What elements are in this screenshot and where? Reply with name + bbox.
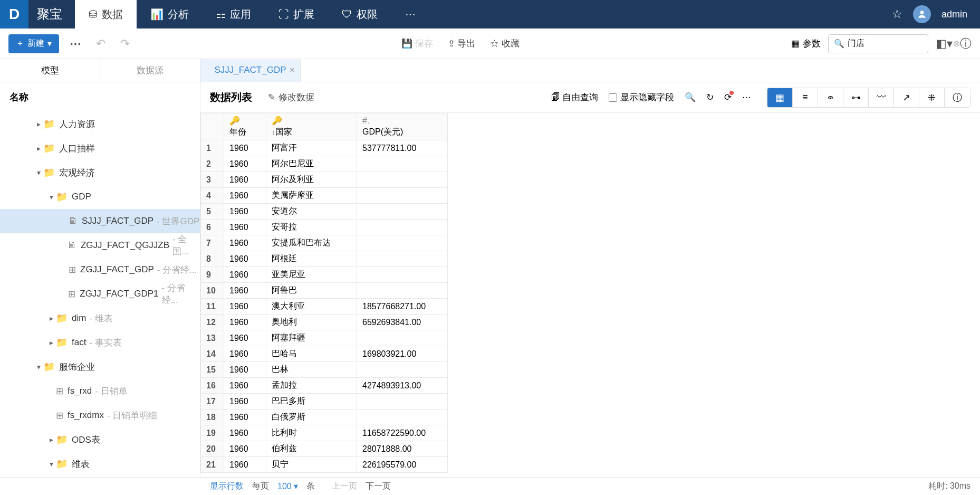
- view-graph-button[interactable]: ⊶: [843, 88, 869, 107]
- favorite-button[interactable]: ☆ 收藏: [490, 37, 520, 50]
- page-size-select[interactable]: 100 ▾: [277, 481, 298, 491]
- cell-country: 阿根廷: [266, 251, 357, 267]
- info-button[interactable]: ⓘ: [960, 36, 972, 52]
- table-row[interactable]: 191960比利时11658722590.00: [201, 425, 448, 441]
- view-relation-button[interactable]: ⚭: [818, 88, 843, 107]
- table-row[interactable]: 111960澳大利亚18577668271.00: [201, 299, 448, 315]
- close-icon[interactable]: ×: [290, 65, 295, 75]
- export-button[interactable]: ⇪ 导出: [448, 37, 476, 50]
- tree-folder[interactable]: ▸📁人口抽样: [0, 136, 200, 160]
- params-icon: ▦: [791, 38, 800, 49]
- view-scatter-button[interactable]: ⁜: [919, 88, 945, 107]
- save-button[interactable]: 💾 保存: [401, 37, 433, 50]
- col-gdp[interactable]: #.GDP(美元): [357, 113, 448, 140]
- avatar[interactable]: [913, 5, 931, 23]
- col-year[interactable]: 🔑年份: [224, 113, 266, 140]
- layout-toggle-button[interactable]: ◧▾: [936, 37, 953, 51]
- next-page-button[interactable]: 下一页: [366, 481, 391, 492]
- table-row[interactable]: 71960安提瓜和巴布达: [201, 235, 448, 251]
- expand-icon: ⛶: [278, 8, 289, 21]
- table-row[interactable]: 201960伯利兹28071888.00: [201, 441, 448, 457]
- clear-icon[interactable]: ⊗: [953, 39, 960, 49]
- username[interactable]: admin: [941, 9, 967, 20]
- table-row[interactable]: 21960阿尔巴尼亚: [201, 156, 448, 172]
- cell-rownum: 15: [201, 362, 224, 378]
- cell-country: 美属萨摩亚: [266, 188, 357, 204]
- undo-button[interactable]: ↶: [96, 37, 105, 51]
- redo-button[interactable]: ↷: [120, 37, 130, 51]
- tree-sublabel: - 事实表: [89, 337, 121, 349]
- tree-folder[interactable]: ▸📁人力资源: [0, 112, 200, 136]
- table-row[interactable]: 131960阿塞拜疆: [201, 330, 448, 346]
- nav-tab-extend[interactable]: ⛶扩展: [265, 0, 328, 28]
- tree-folder[interactable]: ▸📁ODS表: [0, 427, 200, 452]
- table-row[interactable]: 121960奥地利6592693841.00: [201, 315, 448, 330]
- tree-folder[interactable]: ▾📁宏观经济: [0, 160, 200, 185]
- view-trend-button[interactable]: ↗: [894, 88, 919, 107]
- tree-folder[interactable]: ▾📁GDP: [0, 185, 200, 209]
- cell-country: 安哥拉: [266, 220, 357, 235]
- col-country[interactable]: 🔑↕国家: [266, 113, 357, 140]
- edit-icon: ✎: [268, 92, 275, 103]
- items-label: 条: [306, 481, 315, 492]
- table-row[interactable]: 211960贝宁226195579.00: [201, 457, 448, 473]
- tree-file[interactable]: 🗎SJJJ_FACT_GDP - 世界GDP: [0, 209, 200, 233]
- chevron-icon: ▸: [34, 144, 43, 153]
- search-box[interactable]: 🔍 ⊗: [828, 34, 928, 53]
- view-wave-button[interactable]: 〰: [869, 88, 894, 107]
- table-row[interactable]: 91960亚美尼亚: [201, 267, 448, 283]
- tree-file[interactable]: ⊞fs_rxd - 日销单: [0, 379, 200, 403]
- tree-sublabel: - 维表: [89, 312, 112, 325]
- show-hidden-checkbox[interactable]: 显示隐藏字段: [609, 91, 674, 103]
- table-row[interactable]: 61960安哥拉: [201, 220, 448, 235]
- tree-folder[interactable]: ▾📁维表: [0, 452, 200, 476]
- subtab-file[interactable]: SJJJ_FACT_GDP×: [200, 59, 301, 82]
- subtab-datasource[interactable]: 数据源: [100, 59, 200, 82]
- table-row[interactable]: 31960阿尔及利亚: [201, 172, 448, 188]
- tree-file[interactable]: ⊞ZGJJ_FACT_GDP - 分省经...: [0, 258, 200, 282]
- table-row[interactable]: 101960阿鲁巴: [201, 283, 448, 299]
- table-row[interactable]: 141960巴哈马169803921.00: [201, 346, 448, 362]
- subtab-model[interactable]: 模型: [0, 59, 100, 82]
- cell-rownum: 18: [201, 410, 224, 425]
- table-row[interactable]: 81960阿根廷: [201, 251, 448, 267]
- more-button[interactable]: ⋯: [742, 92, 751, 103]
- nav-tab-analysis[interactable]: 📊分析: [137, 0, 203, 28]
- refresh-button[interactable]: ↻: [706, 92, 714, 103]
- modify-data-button[interactable]: ✎修改数据: [268, 91, 314, 103]
- view-info-button[interactable]: ⓘ: [945, 88, 970, 107]
- table-row[interactable]: 51960安道尔: [201, 204, 448, 220]
- tree-file[interactable]: ⊞上下装: [0, 476, 200, 477]
- table-row[interactable]: 161960孟加拉4274893913.00: [201, 378, 448, 394]
- nav-tab-app[interactable]: ⚏应用: [203, 0, 265, 28]
- tree-file[interactable]: 🗎ZGJJ_FACT_QGJJZB - 全国...: [0, 233, 200, 258]
- view-grid-button[interactable]: ▦: [767, 88, 793, 107]
- nav-tab-more[interactable]: ⋯: [391, 0, 429, 28]
- tree-folder[interactable]: ▸📁dim - 维表: [0, 306, 200, 330]
- table-row[interactable]: 181960白俄罗斯: [201, 410, 448, 425]
- tree-file[interactable]: ⊞ZGJJ_FACT_GDP1 - 分省经...: [0, 282, 200, 306]
- refresh-all-button[interactable]: ⟳: [724, 92, 732, 103]
- table-wrap[interactable]: 🔑年份 🔑↕国家 #.GDP(美元) 11960阿富汗537777811.002…: [200, 113, 980, 477]
- tree-folder[interactable]: ▾📁服饰企业: [0, 355, 200, 379]
- table-row[interactable]: 11960阿富汗537777811.00: [201, 140, 448, 156]
- table-row[interactable]: 41960美属萨摩亚: [201, 188, 448, 204]
- view-list-button[interactable]: ≡: [793, 88, 818, 107]
- prev-page-button[interactable]: 上一页: [332, 481, 357, 492]
- table-row[interactable]: 151960巴林: [201, 362, 448, 378]
- search-button[interactable]: 🔍: [685, 92, 696, 103]
- new-button[interactable]: ＋新建▾: [8, 34, 59, 53]
- cell-gdp: 6592693841.00: [357, 315, 448, 330]
- star-icon[interactable]: ☆: [892, 7, 902, 21]
- tree-folder[interactable]: ▸📁fact - 事实表: [0, 330, 200, 355]
- more-actions-button[interactable]: ⋯: [70, 37, 81, 51]
- nav-tab-data[interactable]: ⛁数据: [75, 0, 137, 28]
- free-query-button[interactable]: 🗐自由查询: [551, 91, 598, 103]
- tree-file[interactable]: ⊞fs_rxdmx - 日销单明细: [0, 403, 200, 427]
- table-row[interactable]: 171960巴巴多斯: [201, 394, 448, 410]
- params-button[interactable]: ▦参数: [791, 37, 821, 50]
- cell-rownum: 3: [201, 172, 224, 188]
- show-rows-link[interactable]: 显示行数: [210, 481, 244, 492]
- nav-tab-perm[interactable]: 🛡权限: [328, 0, 391, 28]
- cell-country: 阿尔及利亚: [266, 172, 357, 188]
